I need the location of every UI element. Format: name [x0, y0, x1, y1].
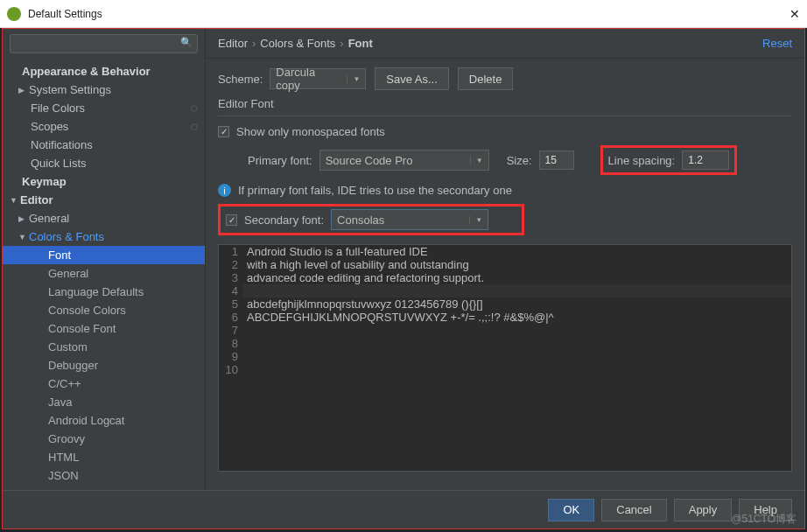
sidebar-item-language-defaults[interactable]: Language Defaults	[3, 283, 205, 301]
sidebar-item-html[interactable]: HTML	[3, 448, 205, 466]
sidebar-item-keymap[interactable]: Keymap	[3, 172, 205, 191]
size-input[interactable]	[539, 150, 574, 170]
sidebar-item-cpp[interactable]: C/C++	[3, 374, 205, 393]
secondary-font-checkbox[interactable]	[226, 214, 237, 226]
sidebar-item-file-colors[interactable]: File Colors⬡	[3, 99, 205, 117]
cancel-button[interactable]: Cancel	[601, 499, 666, 522]
search-input[interactable]	[10, 34, 198, 53]
sidebar-item-scopes[interactable]: Scopes⬡	[3, 117, 205, 136]
scheme-value: Darcula copy	[276, 66, 341, 92]
sidebar-item-system-settings[interactable]: ▶System Settings	[3, 80, 205, 99]
sidebar-item-general[interactable]: ▶General	[3, 209, 205, 228]
font-preview: 1Android Studio is a full-featured IDE 2…	[218, 244, 792, 472]
close-icon[interactable]: ✕	[789, 7, 800, 21]
search-icon: 🔍	[180, 37, 193, 48]
primary-font-combo[interactable]: Source Code Pro ▼	[319, 150, 489, 171]
settings-content: Editor › Colors & Fonts › Font Reset Sch…	[206, 29, 804, 490]
sidebar-item-quick-lists[interactable]: Quick Lists	[3, 154, 205, 172]
primary-font-label: Primary font:	[248, 154, 312, 167]
window-title: Default Settings	[28, 8, 789, 20]
settings-sidebar: 🔍 Appearance & Behavior ▶System Settings…	[3, 29, 206, 490]
show-monospaced-checkbox[interactable]	[218, 126, 229, 137]
crumb-font: Font	[348, 37, 373, 50]
sidebar-item-logcat[interactable]: Android Logcat	[3, 411, 205, 430]
ok-button[interactable]: OK	[548, 499, 594, 522]
sidebar-item-java[interactable]: Java	[3, 393, 205, 411]
chevron-down-icon: ▼	[10, 196, 20, 205]
sidebar-item-font[interactable]: Font	[3, 246, 205, 264]
chevron-right-icon: ▶	[18, 86, 29, 94]
sidebar-item-appearance[interactable]: Appearance & Behavior	[3, 62, 205, 80]
delete-button[interactable]: Delete	[458, 67, 514, 90]
chevron-down-icon: ▼	[470, 157, 483, 164]
divider	[218, 116, 792, 116]
scheme-label: Scheme:	[218, 73, 263, 86]
app-icon	[7, 7, 21, 21]
settings-tree: Appearance & Behavior ▶System Settings F…	[3, 59, 205, 485]
crumb-editor[interactable]: Editor	[218, 37, 248, 50]
dialog-buttons: OK Cancel Apply Help	[3, 490, 804, 528]
title-bar: Default Settings ✕	[0, 0, 807, 28]
watermark: @51CTO博客	[731, 512, 796, 527]
secondary-font-combo[interactable]: Consolas ▼	[331, 209, 488, 230]
sidebar-item-cf-general[interactable]: General	[3, 264, 205, 283]
sidebar-item-custom[interactable]: Custom	[3, 338, 205, 356]
sidebar-item-colors-fonts[interactable]: ▼Colors & Fonts	[3, 228, 205, 246]
sidebar-item-console-colors[interactable]: Console Colors	[3, 301, 205, 319]
secondary-font-label: Secondary font:	[244, 214, 324, 227]
show-monospaced-label: Show only monospaced fonts	[236, 125, 385, 138]
secondary-font-value: Consolas	[337, 214, 384, 227]
crumb-colors-fonts[interactable]: Colors & Fonts	[260, 37, 335, 50]
size-label: Size:	[507, 154, 532, 167]
save-as-button[interactable]: Save As...	[375, 67, 449, 90]
chevron-down-icon: ▼	[347, 75, 360, 83]
apply-button[interactable]: Apply	[674, 499, 733, 522]
sidebar-item-notifications[interactable]: Notifications	[3, 136, 205, 154]
sidebar-item-console-font[interactable]: Console Font	[3, 319, 205, 338]
primary-font-value: Source Code Pro	[326, 154, 413, 167]
sidebar-item-groovy[interactable]: Groovy	[3, 430, 205, 448]
chevron-down-icon: ▼	[469, 216, 482, 224]
info-icon: i	[218, 184, 231, 197]
content-frame: 🔍 Appearance & Behavior ▶System Settings…	[2, 28, 805, 529]
sidebar-item-json[interactable]: JSON	[3, 466, 205, 485]
sidebar-item-debugger[interactable]: Debugger	[3, 356, 205, 374]
line-spacing-highlight: Line spacing:	[600, 145, 738, 175]
line-spacing-input[interactable]	[682, 150, 729, 170]
secondary-font-highlight: Secondary font: Consolas ▼	[218, 204, 524, 235]
sidebar-item-editor[interactable]: ▼Editor	[3, 191, 205, 209]
reset-link[interactable]: Reset	[762, 37, 792, 50]
scheme-combo[interactable]: Darcula copy ▼	[270, 68, 366, 89]
chevron-down-icon: ▼	[18, 233, 29, 242]
line-spacing-label: Line spacing:	[608, 154, 676, 167]
breadcrumb: Editor › Colors & Fonts › Font Reset	[206, 29, 804, 59]
chevron-right-icon: ▶	[18, 214, 29, 223]
info-text: If primary font fails, IDE tries to use …	[238, 184, 512, 197]
section-editor-font: Editor Font	[218, 97, 792, 110]
